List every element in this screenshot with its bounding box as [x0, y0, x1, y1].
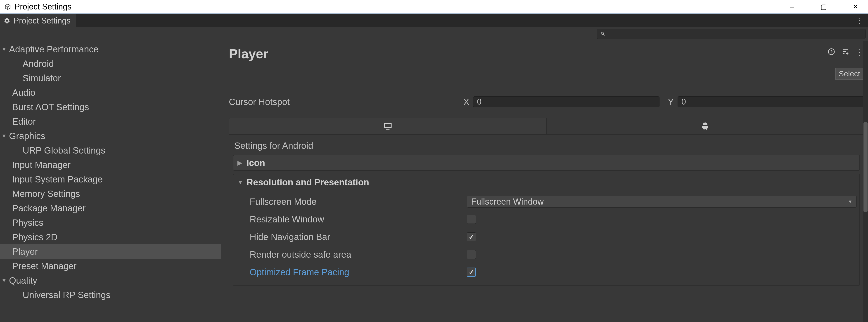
sidebar-item-label: Simulator — [23, 73, 61, 83]
sidebar-item-physics[interactable]: Physics — [0, 215, 221, 230]
settings-detail-panel: Player ? ⋮ Select ◀ Cursor Hotspot X — [221, 41, 868, 322]
sidebar-item-label: Memory Settings — [12, 189, 80, 199]
sidebar-item-preset-manager[interactable]: Preset Manager — [0, 259, 221, 273]
sidebar-item-label: Package Manager — [12, 203, 86, 213]
sidebar-item-label: Android — [23, 59, 54, 69]
sidebar-item-label: Physics — [12, 218, 43, 228]
resizable-window-checkbox[interactable] — [467, 215, 476, 224]
settings-category-tree[interactable]: ▼Adaptive PerformanceAndroidSimulatorAud… — [0, 41, 221, 322]
caret-down-icon: ▼ — [0, 133, 8, 139]
sidebar-item-input-system-package[interactable]: Input System Package — [0, 172, 221, 186]
row-optimized-frame-pacing: Optimized Frame Pacing — [250, 263, 857, 281]
tabbar-kebab-icon[interactable]: ⋮ — [856, 16, 868, 26]
optimized-frame-pacing-label: Optimized Frame Pacing — [250, 267, 467, 277]
foldout-icon-label: Icon — [247, 158, 265, 168]
cursor-hotspot-x-label: X — [460, 97, 473, 107]
unity-cube-icon — [4, 3, 12, 11]
row-resizable-window: Resizable Window — [250, 210, 857, 228]
sidebar-item-label: Preset Manager — [12, 261, 77, 271]
chevron-down-icon: ▼ — [848, 199, 852, 204]
window-title: Project Settings — [14, 2, 71, 11]
sidebar-item-label: URP Global Settings — [23, 145, 105, 155]
foldout-resolution-label: Resolution and Presentation — [247, 177, 369, 187]
sidebar-item-editor[interactable]: Editor — [0, 114, 221, 129]
sidebar-item-burst-aot-settings[interactable]: Burst AOT Settings — [0, 100, 221, 114]
platform-tab-desktop[interactable] — [229, 118, 546, 134]
foldout-resolution-presentation[interactable]: ▼ Resolution and Presentation — [234, 174, 859, 190]
cursor-hotspot-y-label: Y — [664, 97, 678, 107]
sidebar-item-universal-rp-settings[interactable]: Universal RP Settings — [0, 288, 221, 302]
cursor-hotspot-label: Cursor Hotspot — [229, 97, 460, 107]
sidebar-item-input-manager[interactable]: Input Manager — [0, 157, 221, 172]
platform-tab-android[interactable] — [546, 118, 864, 134]
window-minimize-button[interactable]: – — [787, 2, 797, 11]
sidebar-item-urp-global-settings[interactable]: URP Global Settings — [0, 143, 221, 157]
desktop-icon — [383, 121, 393, 131]
sidebar-item-label: Burst AOT Settings — [12, 102, 89, 112]
svg-text:?: ? — [830, 49, 833, 54]
fullscreen-mode-value: Fullscreen Window — [471, 197, 544, 207]
sidebar-item-physics-2d[interactable]: Physics 2D — [0, 230, 221, 244]
sidebar-item-memory-settings[interactable]: Memory Settings — [0, 186, 221, 201]
row-hide-navigation-bar: Hide Navigation Bar — [250, 228, 857, 246]
android-icon — [701, 122, 710, 131]
optimized-frame-pacing-checkbox[interactable] — [467, 267, 476, 277]
sidebar-item-adaptive-performance[interactable]: ▼Adaptive Performance — [0, 42, 221, 57]
panel-kebab-icon[interactable]: ⋮ — [856, 48, 864, 57]
cursor-hotspot-x-input[interactable]: 0 — [473, 97, 659, 107]
page-title: Player — [229, 46, 268, 61]
tab-label: Project Settings — [13, 16, 70, 26]
tab-project-settings[interactable]: Project Settings — [0, 14, 76, 27]
settings-for-android-label: Settings for Android — [233, 138, 860, 155]
search-input[interactable] — [597, 29, 866, 39]
sidebar-item-label: Quality — [9, 276, 37, 286]
scrollbar-thumb[interactable] — [864, 122, 868, 212]
hide-nav-checkbox[interactable] — [467, 232, 476, 241]
sidebar-item-label: Graphics — [9, 131, 45, 141]
gear-icon — [4, 17, 10, 24]
sidebar-item-label: Player — [12, 247, 38, 257]
hide-nav-label: Hide Navigation Bar — [250, 232, 467, 242]
sidebar-item-audio[interactable]: Audio — [0, 85, 221, 100]
fullscreen-mode-label: Fullscreen Mode — [250, 197, 467, 207]
search-icon — [600, 31, 606, 36]
sidebar-item-quality[interactable]: ▼Quality — [0, 273, 221, 288]
render-outside-checkbox[interactable] — [467, 250, 476, 259]
render-outside-label: Render outside safe area — [250, 250, 467, 260]
resizable-window-label: Resizable Window — [250, 214, 467, 224]
sidebar-item-simulator[interactable]: Simulator — [0, 71, 221, 85]
sidebar-item-label: Adaptive Performance — [9, 44, 99, 55]
sidebar-item-label: Input System Package — [12, 174, 103, 184]
cursor-hotspot-row: Cursor Hotspot X 0 Y 0 — [229, 95, 864, 109]
sidebar-item-android[interactable]: Android — [0, 57, 221, 71]
sidebar-item-label: Universal RP Settings — [23, 290, 111, 300]
sidebar-item-graphics[interactable]: ▼Graphics — [0, 129, 221, 143]
editor-tabbar: Project Settings ⋮ — [0, 13, 868, 27]
sidebar-item-label: Audio — [12, 87, 35, 98]
row-render-outside-safe-area: Render outside safe area — [250, 246, 857, 263]
foldout-icon[interactable]: ▶ Icon — [233, 155, 860, 171]
window-titlebar: Project Settings – ▢ ✕ — [0, 0, 868, 13]
row-fullscreen-mode: Fullscreen Mode Fullscreen Window ▼ — [250, 193, 857, 210]
sidebar-item-package-manager[interactable]: Package Manager — [0, 201, 221, 215]
window-close-button[interactable]: ✕ — [851, 2, 860, 11]
sidebar-item-label: Physics 2D — [12, 232, 57, 242]
platform-tabs — [229, 118, 864, 135]
window-maximize-button[interactable]: ▢ — [819, 2, 828, 11]
caret-right-icon: ▶ — [238, 159, 247, 167]
sidebar-item-label: Editor — [12, 116, 36, 127]
fullscreen-mode-dropdown[interactable]: Fullscreen Window ▼ — [467, 196, 857, 208]
cursor-hotspot-y-input[interactable]: 0 — [678, 97, 864, 107]
caret-down-icon: ▼ — [0, 277, 8, 284]
vertical-scrollbar[interactable] — [863, 41, 868, 322]
sidebar-item-player[interactable]: Player — [0, 244, 221, 259]
sidebar-item-label: Input Manager — [12, 160, 70, 170]
caret-down-icon: ▼ — [238, 179, 247, 186]
help-icon[interactable]: ? — [828, 48, 835, 57]
search-row — [0, 27, 868, 41]
caret-down-icon: ▼ — [0, 46, 8, 52]
select-texture-button[interactable]: Select — [835, 68, 864, 80]
settings-sliders-icon[interactable] — [842, 48, 849, 57]
